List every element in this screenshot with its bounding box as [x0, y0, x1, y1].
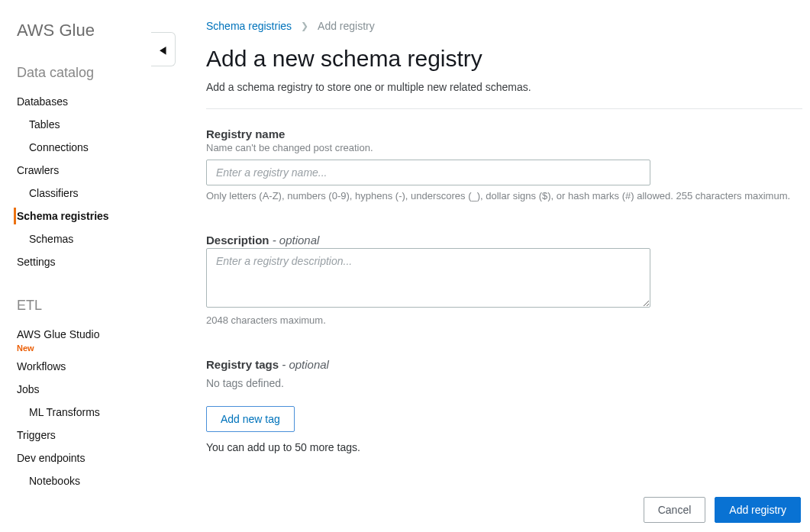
- sidebar-item-databases[interactable]: Databases: [0, 90, 145, 113]
- main-content: Schema registries ❯ Add registry Add a n…: [145, 0, 810, 532]
- field-registry-tags: Registry tags - optional No tags defined…: [206, 358, 802, 453]
- sidebar-nav-etl: AWS Glue Studio New Workflows Jobs ML Tr…: [0, 323, 145, 492]
- tags-help-text: You can add up to 50 more tags.: [206, 441, 802, 453]
- sidebar-collapse-toggle[interactable]: ◀: [151, 32, 176, 66]
- sidebar-item-connections[interactable]: Connections: [0, 136, 145, 159]
- tags-label-text: Registry tags: [206, 358, 279, 371]
- sidebar-item-classifiers[interactable]: Classifiers: [0, 182, 145, 205]
- sidebar-section-etl: ETL: [0, 298, 145, 314]
- footer-actions: Cancel Add registry: [644, 497, 801, 523]
- sidebar-nav-data-catalog: Databases Tables Connections Crawlers Cl…: [0, 90, 145, 273]
- registry-name-input[interactable]: [206, 160, 650, 185]
- sidebar-item-dev-endpoints[interactable]: Dev endpoints: [0, 447, 145, 469]
- sidebar-section-data-catalog: Data catalog: [0, 65, 145, 81]
- registry-name-hint-bottom: Only letters (A-Z), numbers (0-9), hyphe…: [206, 190, 802, 202]
- sidebar-item-glue-studio[interactable]: AWS Glue Studio: [0, 323, 145, 346]
- field-description: Description - optional 2048 characters m…: [206, 234, 802, 326]
- sidebar-item-notebooks[interactable]: Notebooks: [0, 469, 145, 492]
- field-registry-name: Registry name Name can't be changed post…: [206, 127, 802, 202]
- breadcrumb: Schema registries ❯ Add registry: [206, 20, 810, 32]
- tags-label: Registry tags - optional: [206, 358, 802, 371]
- sidebar-item-workflows[interactable]: Workflows: [0, 355, 145, 378]
- sidebar-item-triggers[interactable]: Triggers: [0, 424, 145, 447]
- sidebar-item-schemas[interactable]: Schemas: [0, 227, 145, 250]
- description-label-text: Description: [206, 234, 269, 247]
- tags-optional: - optional: [279, 358, 329, 371]
- sidebar-item-jobs[interactable]: Jobs: [0, 378, 145, 401]
- sidebar-item-tables[interactable]: Tables: [0, 113, 145, 136]
- breadcrumb-current: Add registry: [318, 20, 375, 32]
- chevron-right-icon: ❯: [301, 21, 308, 31]
- registry-name-label: Registry name: [206, 127, 802, 140]
- sidebar-item-schema-registries[interactable]: Schema registries: [0, 205, 145, 227]
- add-new-tag-button[interactable]: Add new tag: [206, 406, 295, 432]
- cancel-button[interactable]: Cancel: [644, 497, 706, 523]
- description-hint-bottom: 2048 characters maximum.: [206, 314, 802, 326]
- add-registry-button[interactable]: Add registry: [715, 497, 801, 523]
- page-title: Add a new schema registry: [206, 46, 810, 72]
- breadcrumb-parent-link[interactable]: Schema registries: [206, 20, 292, 32]
- sidebar-item-crawlers[interactable]: Crawlers: [0, 159, 145, 182]
- sidebar: AWS Glue Data catalog Databases Tables C…: [0, 0, 145, 532]
- description-textarea[interactable]: [206, 248, 650, 308]
- sidebar-item-ml-transforms[interactable]: ML Transforms: [0, 401, 145, 424]
- registry-name-hint-top: Name can't be changed post creation.: [206, 142, 802, 153]
- tags-empty-text: No tags defined.: [206, 377, 802, 389]
- divider: [206, 108, 802, 109]
- page-subtitle: Add a schema registry to store one or mu…: [206, 81, 810, 93]
- description-optional: - optional: [269, 234, 320, 247]
- chevron-left-icon: ◀: [160, 44, 166, 56]
- description-label: Description - optional: [206, 234, 802, 247]
- service-title: AWS Glue: [0, 0, 145, 40]
- sidebar-item-settings[interactable]: Settings: [0, 250, 145, 273]
